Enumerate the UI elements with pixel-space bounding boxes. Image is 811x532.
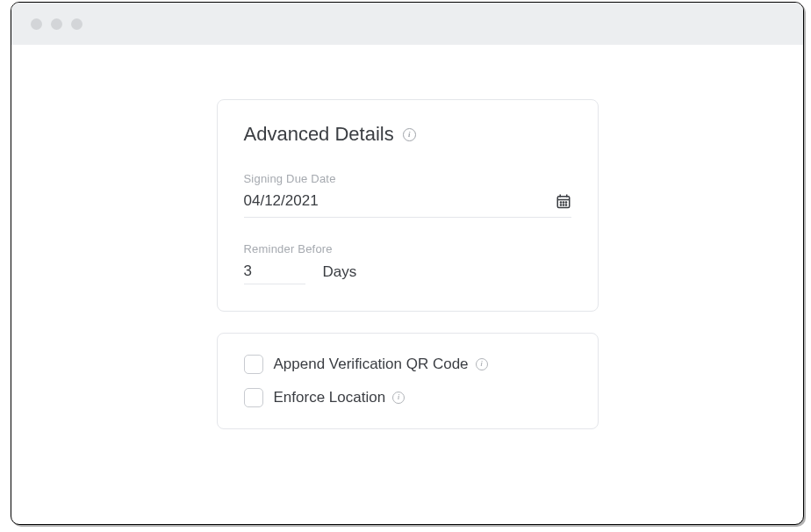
reminder-before-input[interactable] bbox=[244, 262, 305, 284]
options-card: Append Verification QR Code i Enforce Lo… bbox=[217, 333, 599, 429]
append-qr-checkbox[interactable] bbox=[244, 355, 263, 374]
reminder-before-label: Reminder Before bbox=[244, 242, 571, 255]
window-titlebar bbox=[11, 3, 803, 45]
reminder-before-field: Reminder Before Days bbox=[244, 242, 571, 284]
app-window: Advanced Details i Signing Due Date bbox=[11, 2, 804, 525]
svg-point-6 bbox=[565, 202, 566, 203]
card-title-row: Advanced Details i bbox=[244, 123, 571, 146]
advanced-details-title: Advanced Details bbox=[244, 123, 394, 146]
svg-point-7 bbox=[560, 205, 561, 205]
info-icon[interactable]: i bbox=[392, 392, 405, 404]
enforce-location-row: Enforce Location i bbox=[244, 388, 571, 407]
signing-due-date-field: Signing Due Date bbox=[244, 172, 571, 218]
svg-point-5 bbox=[563, 202, 563, 203]
window-control-dot[interactable] bbox=[31, 18, 42, 30]
signing-due-date-label: Signing Due Date bbox=[244, 172, 571, 185]
enforce-location-label: Enforce Location bbox=[274, 389, 386, 406]
append-qr-label-wrap: Append Verification QR Code i bbox=[274, 356, 488, 373]
svg-point-4 bbox=[560, 202, 561, 203]
content-area: Advanced Details i Signing Due Date bbox=[11, 45, 803, 429]
append-qr-row: Append Verification QR Code i bbox=[244, 355, 571, 374]
reminder-before-row: Days bbox=[244, 262, 571, 284]
info-icon[interactable]: i bbox=[403, 128, 416, 141]
info-icon[interactable]: i bbox=[476, 358, 488, 370]
advanced-details-card: Advanced Details i Signing Due Date bbox=[217, 99, 599, 312]
calendar-icon[interactable] bbox=[556, 193, 571, 209]
window-control-dot[interactable] bbox=[71, 18, 83, 30]
window-control-dot[interactable] bbox=[51, 18, 62, 30]
enforce-location-checkbox[interactable] bbox=[244, 388, 263, 407]
append-qr-label: Append Verification QR Code bbox=[274, 356, 469, 373]
reminder-before-suffix: Days bbox=[323, 263, 357, 284]
enforce-location-label-wrap: Enforce Location i bbox=[274, 389, 406, 406]
signing-due-date-input[interactable] bbox=[244, 192, 420, 210]
signing-due-date-row bbox=[244, 192, 571, 218]
svg-point-8 bbox=[563, 205, 563, 205]
svg-point-9 bbox=[565, 205, 566, 205]
